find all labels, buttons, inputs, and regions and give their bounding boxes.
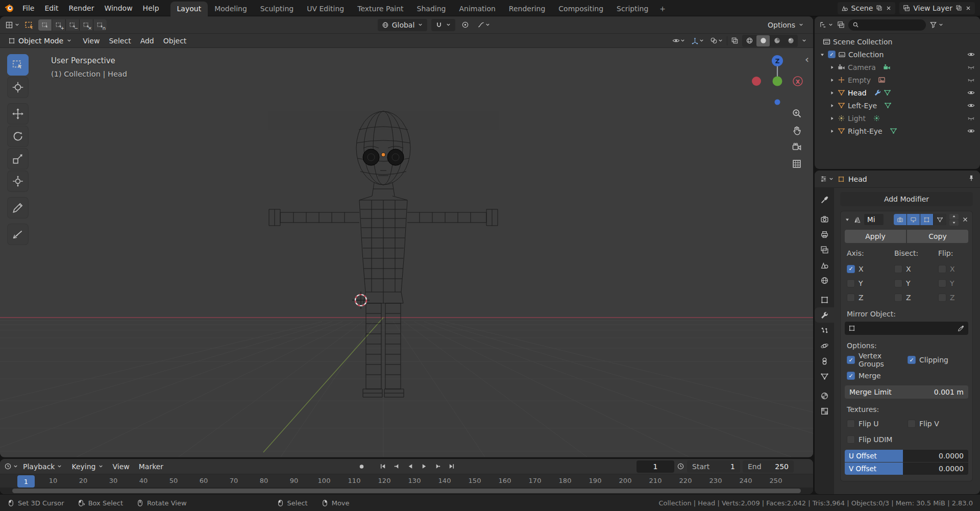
jump-to-end-button[interactable]: [445, 460, 458, 473]
bisect-x-option[interactable]: X: [894, 263, 938, 275]
gizmo-x-neg-axis[interactable]: [752, 77, 761, 86]
eyedropper-icon[interactable]: [958, 325, 965, 332]
shading-material-button[interactable]: [770, 35, 783, 46]
add-modifier-button[interactable]: Add Modifier: [840, 192, 973, 206]
visibility-toggle[interactable]: [967, 89, 975, 96]
outliner-row-collection[interactable]: Collection: [815, 48, 980, 61]
bisect-y-option[interactable]: Y: [894, 277, 938, 289]
new-view-layer-icon[interactable]: [955, 5, 962, 11]
timeline-scrollbar-handle[interactable]: [12, 489, 801, 493]
shading-solid-button[interactable]: [756, 35, 770, 46]
v-offset-slider[interactable]: V Offset 0.0000: [845, 463, 968, 475]
xray-toggle[interactable]: [729, 35, 741, 47]
properties-editor-type-button[interactable]: [820, 175, 834, 183]
viewport-menu-add[interactable]: Add: [136, 37, 159, 45]
visibility-toggle[interactable]: [967, 114, 975, 122]
timeline-editor-type-button[interactable]: [4, 463, 18, 470]
menu-help[interactable]: Help: [138, 4, 164, 12]
proportional-editing-toggle[interactable]: [459, 19, 471, 31]
tab-tool[interactable]: [815, 192, 834, 207]
modifier-editmode-toggle[interactable]: [920, 214, 933, 225]
editor-type-button[interactable]: [5, 21, 20, 29]
flip-x-checkbox[interactable]: [938, 265, 946, 273]
vertex-groups-checkbox[interactable]: [847, 356, 855, 364]
outliner-row-right-eye[interactable]: Right-Eye: [815, 125, 980, 137]
play-reverse-button[interactable]: [404, 460, 416, 473]
tab-material[interactable]: [815, 388, 834, 403]
workspace-tab-shading[interactable]: Shading: [410, 2, 453, 16]
outliner-row-empty[interactable]: Empty: [815, 74, 980, 86]
select-mode-extend-button[interactable]: +: [52, 19, 65, 31]
scene-selector[interactable]: Scene: [838, 2, 896, 14]
viewport-canvas[interactable]: User Perspective (1) Collection | Head: [0, 48, 813, 457]
collection-checkbox[interactable]: [828, 51, 836, 58]
flip-u-checkbox[interactable]: [847, 420, 855, 428]
outliner-row-scene-collection[interactable]: Scene Collection: [815, 35, 980, 48]
next-keyframe-button[interactable]: [431, 460, 444, 473]
tool-rotate-button[interactable]: [7, 126, 29, 147]
flip-y-checkbox[interactable]: [938, 279, 946, 287]
bisect-y-checkbox[interactable]: [894, 279, 902, 287]
remove-view-layer-icon[interactable]: [965, 5, 971, 11]
visibility-dropdown[interactable]: [670, 35, 688, 47]
flip-y-option[interactable]: Y: [938, 277, 968, 289]
outliner-row-left-eye[interactable]: Left-Eye: [815, 99, 980, 112]
select-mode-set-button[interactable]: [38, 19, 52, 31]
tool-box-select-button[interactable]: [7, 54, 29, 76]
camera-view-icon[interactable]: [792, 142, 802, 152]
timeline-menu-marker[interactable]: Marker: [134, 463, 168, 471]
expand-triangle-icon[interactable]: [844, 216, 850, 223]
flip-udim-option[interactable]: Flip UDIM: [847, 434, 968, 445]
options-dropdown[interactable]: Options: [764, 19, 808, 31]
tool-scale-button[interactable]: [7, 148, 29, 169]
flip-v-option[interactable]: Flip V: [908, 418, 968, 429]
sidebar-collapse-arrow[interactable]: ‹: [805, 54, 809, 64]
view-layer-selector[interactable]: View Layer: [899, 2, 975, 14]
tool-measure-button[interactable]: [7, 224, 29, 245]
mirror-object-field[interactable]: [845, 322, 968, 335]
shading-dropdown[interactable]: [799, 35, 809, 47]
flip-u-option[interactable]: Flip U: [847, 418, 908, 429]
outliner-row-head[interactable]: Head: [815, 86, 980, 99]
axis-y-checkbox[interactable]: [847, 279, 855, 287]
tool-move-button[interactable]: [7, 103, 29, 125]
axis-x-checkbox[interactable]: [847, 265, 855, 273]
merge-limit-field[interactable]: Merge Limit 0.001 m: [845, 385, 968, 399]
tab-view-layer[interactable]: [815, 242, 834, 257]
unlink-scene-icon[interactable]: [886, 5, 892, 11]
copy-button[interactable]: Copy: [907, 230, 968, 243]
pin-icon[interactable]: [968, 175, 975, 182]
blender-logo-icon[interactable]: [4, 3, 14, 13]
pan-hand-icon[interactable]: [792, 125, 802, 135]
apply-button[interactable]: Apply: [845, 230, 906, 243]
vertex-groups-option[interactable]: Vertex Groups: [847, 354, 908, 366]
mode-dropdown[interactable]: Object Mode: [4, 35, 76, 47]
active-tool-box-select-icon[interactable]: [24, 20, 34, 30]
flip-udim-checkbox[interactable]: [847, 435, 855, 444]
tab-render[interactable]: [815, 211, 834, 227]
tab-physics[interactable]: [815, 338, 834, 353]
timeline-menu-playback[interactable]: Playback: [18, 463, 67, 471]
tab-scene[interactable]: [815, 257, 834, 273]
modifier-render-toggle[interactable]: [894, 214, 906, 225]
start-frame-field[interactable]: Start 1: [687, 460, 740, 473]
tab-particles[interactable]: [815, 323, 834, 338]
menu-file[interactable]: File: [17, 4, 39, 12]
flip-v-checkbox[interactable]: [908, 420, 916, 428]
new-scene-icon[interactable]: [876, 5, 883, 11]
zoom-icon[interactable]: [792, 108, 802, 118]
outliner-editor-type-button[interactable]: [819, 21, 834, 29]
move-modifier-down-button[interactable]: [949, 220, 959, 226]
workspace-tab-uv-editing[interactable]: UV Editing: [300, 2, 351, 16]
gizmos-dropdown[interactable]: [689, 35, 706, 47]
flip-x-option[interactable]: X: [938, 263, 968, 275]
shading-rendered-button[interactable]: [784, 35, 797, 46]
visibility-toggle[interactable]: [967, 63, 975, 71]
navigation-gizmo[interactable]: Z X: [747, 52, 808, 108]
clipping-option[interactable]: Clipping: [908, 354, 968, 366]
axis-z-option[interactable]: Z: [847, 291, 894, 303]
axis-y-option[interactable]: Y: [847, 277, 894, 289]
menu-edit[interactable]: Edit: [39, 4, 63, 12]
gizmo-y-axis[interactable]: [773, 77, 782, 86]
workspace-tab-sculpting[interactable]: Sculpting: [254, 2, 300, 16]
